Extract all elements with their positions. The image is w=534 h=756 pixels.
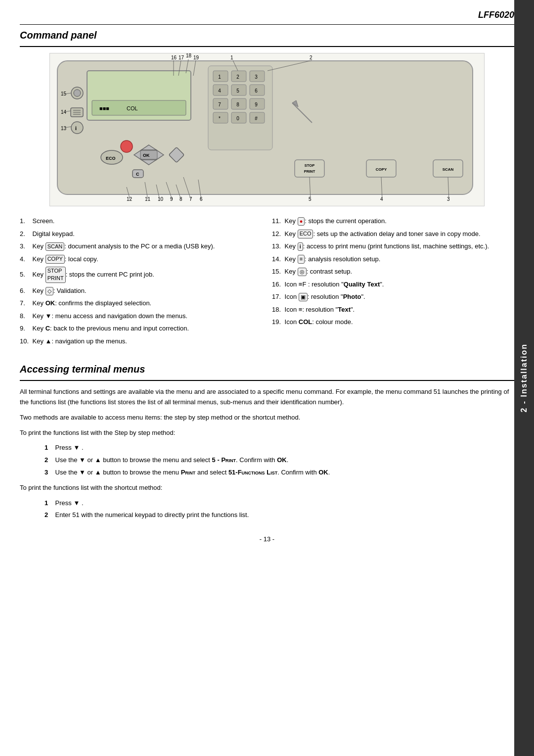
labels-section: 1. Screen. 2. Digital keypad. 3. Key SCA… xyxy=(20,216,514,349)
svg-text:C: C xyxy=(136,172,139,177)
svg-text:■■■: ■■■ xyxy=(99,105,109,111)
accessing-menus-title: Accessing terminal menus xyxy=(20,364,514,375)
method2-step-1: 1 Press ▼ . xyxy=(44,498,514,509)
svg-text:2: 2 xyxy=(310,55,312,60)
svg-text:i: i xyxy=(75,125,77,131)
svg-point-24 xyxy=(121,141,133,152)
svg-text:14: 14 xyxy=(61,109,67,115)
svg-text:5: 5 xyxy=(309,196,312,202)
label-5: 5. Key STOPPRINT: stops the current PC p… xyxy=(20,267,262,283)
svg-point-6 xyxy=(74,90,81,96)
method1-step-2: 2 Use the ▼ or ▲ button to browse the me… xyxy=(44,455,514,466)
eco-key-icon: ECO xyxy=(298,230,313,238)
page-number: - 13 - xyxy=(260,535,274,543)
photo-icon: ▣ xyxy=(299,293,308,301)
svg-text:5: 5 xyxy=(236,88,239,94)
labels-left-col: 1. Screen. 2. Digital keypad. 3. Key SCA… xyxy=(20,216,262,349)
label-16: 16. Icon ≡F : resolution "Quality Text". xyxy=(272,280,514,289)
side-installation-label: 2 - Installation xyxy=(514,0,534,756)
svg-text:17: 17 xyxy=(178,55,184,60)
page-footer: - 13 - xyxy=(20,535,514,543)
scan-key-icon: SCAN xyxy=(45,242,65,251)
label-7: 7. Key OK: confirms the displayed select… xyxy=(20,298,262,308)
section-divider-1 xyxy=(20,46,514,47)
method2-steps: 1 Press ▼ . 2 Enter 51 with the numerica… xyxy=(35,498,514,521)
labels-right-col: 11. Key ●: stops the current operation. … xyxy=(272,216,514,349)
label-10: 10. Key ▲: navigation up the menus. xyxy=(20,336,262,346)
svg-text:10: 10 xyxy=(158,196,164,202)
svg-text:PRINT: PRINT xyxy=(304,169,315,174)
label-17: 17. Icon ▣: resolution "Photo". xyxy=(272,292,514,302)
svg-text:9: 9 xyxy=(170,196,173,202)
svg-text:4: 4 xyxy=(218,88,221,94)
method1-step-1: 1 Press ▼ . xyxy=(44,443,514,453)
svg-text:19: 19 xyxy=(193,55,199,60)
svg-point-11 xyxy=(71,122,83,134)
label-14: 14. Key ≡: analysis resolution setup. xyxy=(272,254,514,264)
label-18: 18. Icon ≡: resolution "Text". xyxy=(272,305,514,315)
stop-print-key-icon: STOPPRINT xyxy=(45,267,66,283)
section-divider-2 xyxy=(20,380,514,381)
svg-text:1: 1 xyxy=(218,74,221,80)
svg-rect-52 xyxy=(295,160,324,177)
command-panel-section: Command panel ■■■ COL i xyxy=(20,30,514,349)
svg-text:8: 8 xyxy=(236,102,239,107)
intro-text-2: Two methods are available to access menu… xyxy=(20,413,514,423)
document-title: LFF6020 xyxy=(478,10,514,20)
svg-text:2: 2 xyxy=(236,74,239,80)
svg-text:COPY: COPY xyxy=(376,167,387,172)
method2-label: To print the functions list with the sho… xyxy=(20,483,514,493)
svg-text:STOP: STOP xyxy=(305,163,314,168)
svg-text:1: 1 xyxy=(230,55,233,60)
label-1: 1. Screen. xyxy=(20,216,262,226)
stop-key-icon: ● xyxy=(298,217,305,226)
method1-step-3: 3 Use the ▼ or ▲ button to browse the me… xyxy=(44,468,514,478)
svg-text:4: 4 xyxy=(380,196,383,202)
svg-text:18: 18 xyxy=(186,53,192,58)
method1-steps: 1 Press ▼ . 2 Use the ▼ or ▲ button to b… xyxy=(35,443,514,477)
label-15: 15. Key ◎: contrast setup. xyxy=(272,267,514,277)
label-4: 4. Key COPY: local copy. xyxy=(20,254,262,264)
label-19: 19. Icon COL: colour mode. xyxy=(272,317,514,327)
intro-text-1: All terminal functions and settings are … xyxy=(20,387,514,408)
svg-text:0: 0 xyxy=(236,116,239,121)
svg-text:13: 13 xyxy=(61,126,67,131)
label-8: 8. Key ▼: menu access and navigation dow… xyxy=(20,311,262,321)
accessing-menus-section: Accessing terminal menus All terminal fu… xyxy=(20,364,514,520)
label-2: 2. Digital keypad. xyxy=(20,229,262,239)
label-13: 13. Key i: access to print menu (print f… xyxy=(272,241,514,251)
svg-text:OK: OK xyxy=(143,153,150,158)
svg-text:7: 7 xyxy=(218,102,221,107)
svg-text:3: 3 xyxy=(447,196,450,202)
svg-text:3: 3 xyxy=(255,74,258,80)
svg-text:COL: COL xyxy=(127,105,138,111)
diagram-svg: ■■■ COL i ECO xyxy=(50,53,485,206)
copy-key-icon: COPY xyxy=(45,255,65,263)
svg-text:SCAN: SCAN xyxy=(443,167,454,172)
command-panel-title: Command panel xyxy=(20,30,514,41)
svg-text:16: 16 xyxy=(171,55,177,60)
info-key-icon: i xyxy=(298,242,303,251)
page-header: LFF6020 xyxy=(20,10,514,25)
label-11: 11. Key ●: stops the current operation. xyxy=(272,216,514,226)
command-panel-diagram: ■■■ COL i ECO xyxy=(49,53,485,206)
svg-rect-44 xyxy=(213,112,228,123)
label-6: 6. Key ◇: Validation. xyxy=(20,286,262,296)
svg-text:#: # xyxy=(255,116,258,121)
svg-text:6: 6 xyxy=(255,88,258,94)
method2-step-2: 2 Enter 51 with the numerical keypad to … xyxy=(44,510,514,520)
side-label-text: 2 - Installation xyxy=(520,343,529,413)
label-9: 9. Key C: back to the previous menu and … xyxy=(20,324,262,333)
svg-text:ECO: ECO xyxy=(106,156,116,161)
svg-text:*: * xyxy=(219,116,221,121)
svg-text:9: 9 xyxy=(255,102,258,107)
resolution-key-icon: ≡ xyxy=(298,255,305,263)
label-12: 12. Key ECO: sets up the activation dela… xyxy=(272,229,514,239)
validation-key-icon: ◇ xyxy=(45,287,53,295)
label-3: 3. Key SCAN: document analysis to the PC… xyxy=(20,241,262,251)
method1-label: To print the functions list with the Ste… xyxy=(20,428,514,438)
contrast-key-icon: ◎ xyxy=(298,268,307,276)
